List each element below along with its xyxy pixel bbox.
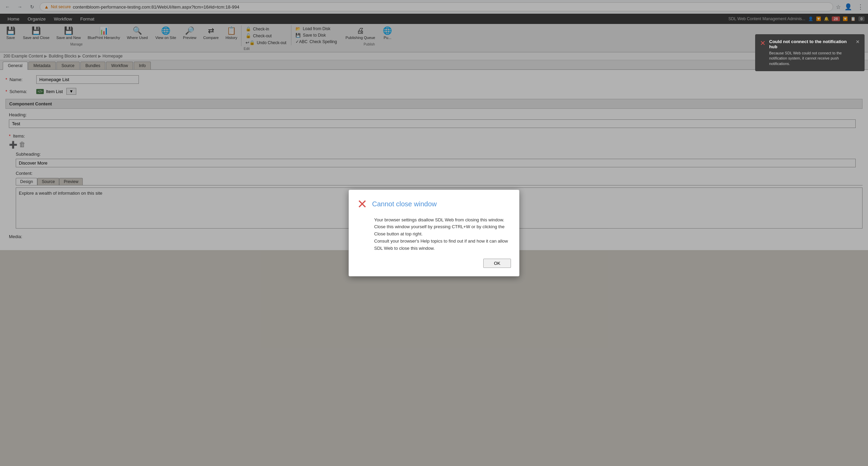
modal-error-icon: ✕ bbox=[357, 198, 367, 210]
modal-body: Your browser settings disallow SDL Web f… bbox=[374, 217, 511, 250]
cannot-close-dialog: ✕ Cannot close window Your browser setti… bbox=[348, 190, 520, 250]
modal-title: Cannot close window bbox=[372, 200, 437, 208]
toast-message: Because SDL Web could not connect to the… bbox=[769, 51, 852, 66]
toast-close-button[interactable]: ✕ bbox=[856, 39, 860, 44]
modal-body-line3: Close button at top right. bbox=[374, 231, 511, 238]
modal-body-line1: Your browser settings disallow SDL Web f… bbox=[374, 217, 511, 224]
modal-body-line4: Consult your browser's Help topics to fi… bbox=[374, 238, 511, 245]
notification-toast: ✕ Could not connect to the notification … bbox=[755, 34, 865, 71]
modal-body-line2: Close this window yourself by pressing C… bbox=[374, 223, 511, 231]
modal-body-line5: SDL Web to close this window. bbox=[374, 245, 511, 250]
toast-error-icon: ✕ bbox=[760, 39, 766, 66]
toast-content: Could not connect to the notification hu… bbox=[769, 39, 852, 66]
modal-overlay: ✕ Cannot close window Your browser setti… bbox=[0, 0, 868, 250]
toast-title: Could not connect to the notification hu… bbox=[769, 39, 852, 49]
modal-header: ✕ Cannot close window bbox=[357, 198, 511, 210]
